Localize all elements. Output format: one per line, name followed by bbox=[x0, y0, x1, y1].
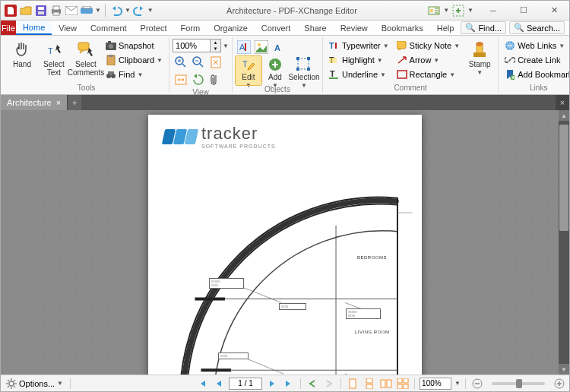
svg-rect-83 bbox=[404, 384, 408, 389]
rectangle-button[interactable]: Rectangle▼ bbox=[394, 68, 464, 81]
camera-icon bbox=[106, 40, 116, 51]
underline-button[interactable]: TUnderline▼ bbox=[326, 68, 392, 81]
group-view: ▲▼ ▼ View bbox=[169, 37, 233, 93]
tabs-menu-icon[interactable]: × bbox=[556, 95, 569, 110]
tab-share[interactable]: Share bbox=[297, 21, 333, 35]
edit-button[interactable]: T Edit▼ bbox=[236, 56, 261, 85]
scroll-up-button[interactable]: ▲ bbox=[559, 110, 569, 121]
tab-form[interactable]: Form bbox=[173, 21, 207, 35]
scroll-down-button[interactable]: ▼ bbox=[559, 364, 569, 375]
edit-text-icon[interactable]: A bbox=[236, 39, 252, 55]
web-links-button[interactable]: Web Links▼ bbox=[502, 39, 570, 52]
svg-rect-46 bbox=[397, 41, 406, 49]
highlight-button[interactable]: THighlight▼ bbox=[326, 53, 392, 67]
first-page-icon[interactable] bbox=[195, 377, 209, 390]
undo-icon[interactable] bbox=[109, 4, 123, 17]
options-button[interactable]: Options...▼ bbox=[4, 377, 65, 390]
prev-page-icon[interactable] bbox=[212, 377, 226, 390]
scan-icon[interactable] bbox=[80, 4, 93, 17]
tab-home[interactable]: Home bbox=[16, 21, 52, 35]
undo-dropdown[interactable]: ▼ bbox=[125, 7, 131, 14]
tab-comment[interactable]: Comment bbox=[84, 21, 134, 35]
create-link-button[interactable]: Create Link bbox=[502, 53, 570, 67]
fit-width-icon[interactable] bbox=[173, 71, 189, 88]
ui-options-icon[interactable] bbox=[427, 4, 441, 17]
layout-single-icon[interactable] bbox=[346, 377, 359, 390]
svg-point-11 bbox=[430, 9, 433, 12]
hand-tool[interactable]: Hand bbox=[7, 39, 37, 83]
zoom-slider[interactable] bbox=[492, 382, 545, 385]
tab-review[interactable]: Review bbox=[334, 21, 375, 35]
sticky-note-button[interactable]: Sticky Note▼ bbox=[394, 39, 464, 52]
zoom-out-icon[interactable] bbox=[190, 54, 207, 71]
edit-image-icon[interactable] bbox=[253, 39, 270, 55]
nav-fwd-icon[interactable] bbox=[322, 377, 336, 390]
svg-rect-3 bbox=[38, 11, 44, 14]
attachment-icon[interactable] bbox=[207, 71, 224, 88]
email-icon[interactable] bbox=[65, 4, 78, 17]
zoom-plus-icon[interactable] bbox=[553, 377, 566, 390]
last-page-icon[interactable] bbox=[282, 377, 296, 390]
vertical-scrollbar[interactable]: ▲ ▼ bbox=[559, 110, 569, 375]
tab-view[interactable]: View bbox=[52, 21, 84, 35]
select-comments-tool[interactable]: Select Comments bbox=[71, 39, 101, 83]
bookmark-icon bbox=[505, 69, 515, 80]
zoom-in-icon[interactable] bbox=[173, 54, 189, 71]
tab-organize[interactable]: Organize bbox=[207, 21, 255, 35]
layout-continuous-icon[interactable] bbox=[363, 377, 376, 390]
stamp-button[interactable]: Stamp▼ bbox=[464, 39, 495, 83]
minimize-button[interactable]: ─ bbox=[478, 2, 508, 20]
add-button[interactable]: Add▼ bbox=[262, 56, 288, 85]
close-button[interactable]: ✕ bbox=[539, 2, 569, 20]
redo-dropdown[interactable]: ▼ bbox=[147, 7, 154, 14]
qat-dropdown[interactable]: ▼ bbox=[95, 7, 101, 14]
file-tab[interactable]: File bbox=[1, 21, 16, 35]
scroll-thumb[interactable] bbox=[559, 125, 568, 231]
page-input[interactable] bbox=[229, 378, 262, 390]
zoom-input[interactable] bbox=[173, 39, 211, 52]
tab-bookmarks[interactable]: Bookmarks bbox=[375, 21, 430, 35]
save-icon[interactable] bbox=[34, 4, 48, 17]
find-button[interactable]: 🔍Find... bbox=[461, 21, 506, 34]
add-bookmark-button[interactable]: Add Bookmark bbox=[502, 68, 570, 81]
launch-icon[interactable] bbox=[451, 4, 465, 17]
close-tab-icon[interactable]: × bbox=[56, 98, 61, 107]
layout-facing-cont-icon[interactable] bbox=[396, 377, 410, 390]
add-tab-button[interactable]: + bbox=[68, 95, 81, 110]
tab-help[interactable]: Help bbox=[430, 21, 461, 35]
tab-convert[interactable]: Convert bbox=[255, 21, 298, 35]
zoom-down[interactable]: ▼ bbox=[211, 46, 220, 52]
edit-shape-icon[interactable]: A bbox=[271, 39, 287, 55]
search-button[interactable]: 🔍Search... bbox=[509, 21, 565, 34]
zoom-combo[interactable]: ▲▼ ▼ bbox=[173, 39, 229, 52]
document-tab[interactable]: Architecture × bbox=[1, 95, 68, 110]
svg-rect-81 bbox=[404, 378, 408, 383]
clipboard-button[interactable]: Clipboard▼ bbox=[103, 53, 166, 67]
print-icon[interactable] bbox=[49, 4, 63, 17]
selection-button[interactable]: Selection▼ bbox=[289, 56, 319, 85]
menu-bar: File Home View Comment Protect Form Orga… bbox=[1, 21, 569, 36]
fit-page-icon[interactable] bbox=[207, 54, 224, 71]
maximize-button[interactable]: ☐ bbox=[508, 2, 539, 20]
zoom-minus-icon[interactable] bbox=[470, 377, 484, 390]
find-tool-button[interactable]: Find▼ bbox=[103, 68, 166, 81]
layout-facing-icon[interactable] bbox=[379, 377, 393, 390]
next-page-icon[interactable] bbox=[265, 377, 279, 390]
document-tabs: Architecture × + × bbox=[1, 95, 569, 110]
zoom-up[interactable]: ▲ bbox=[211, 40, 220, 46]
redo-icon[interactable] bbox=[132, 4, 146, 17]
zoom-slider-thumb[interactable] bbox=[516, 379, 522, 388]
status-zoom-input[interactable] bbox=[420, 378, 451, 390]
tab-protect[interactable]: Protect bbox=[134, 21, 174, 35]
typewriter-button[interactable]: TTypewriter▼ bbox=[326, 39, 392, 52]
nav-back-icon[interactable] bbox=[306, 377, 319, 390]
rotate-icon[interactable] bbox=[190, 71, 207, 88]
select-text-tool[interactable]: T Select Text bbox=[39, 39, 69, 83]
svg-point-66 bbox=[9, 381, 14, 386]
arrow-button[interactable]: Arrow▼ bbox=[394, 53, 464, 67]
document-viewer[interactable]: tracker SOFTWARE PRODUCTS bbox=[1, 110, 569, 375]
open-icon[interactable] bbox=[19, 4, 33, 17]
snapshot-button[interactable]: Snapshot bbox=[103, 39, 166, 52]
svg-line-63 bbox=[248, 359, 283, 374]
svg-text:A: A bbox=[239, 43, 245, 52]
